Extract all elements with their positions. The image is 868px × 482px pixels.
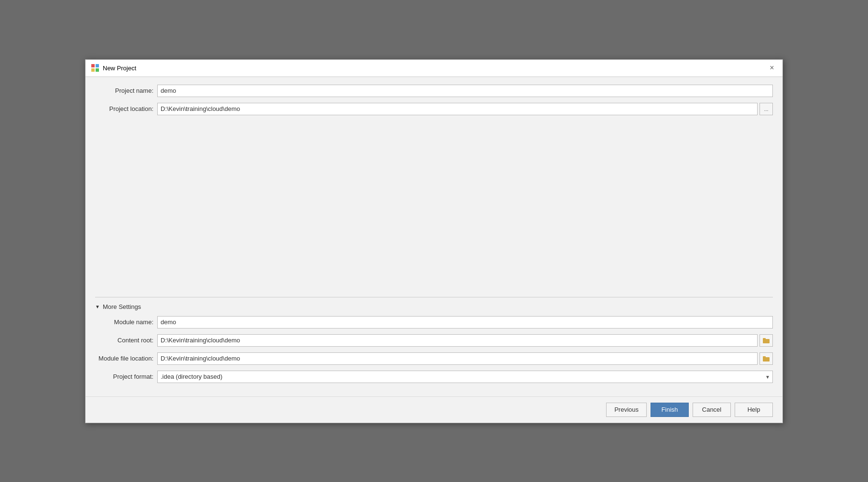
module-name-row: Module name: (95, 316, 773, 329)
module-file-location-label: Module file location: (95, 355, 157, 362)
project-name-label: Project name: (95, 87, 157, 94)
project-location-label: Project location: (95, 105, 157, 112)
content-root-input[interactable] (157, 334, 758, 347)
dialog-content: Project name: Project location: ... ▼ Mo… (86, 77, 782, 396)
content-root-browse-button[interactable] (760, 334, 773, 347)
module-file-location-input[interactable] (157, 352, 758, 365)
module-name-label: Module name: (95, 318, 157, 326)
svg-rect-7 (763, 356, 766, 358)
module-name-input-wrapper (157, 316, 773, 329)
content-spacer (95, 121, 773, 293)
title-bar: New Project × (86, 60, 782, 77)
svg-rect-2 (91, 68, 95, 72)
title-bar-left: New Project (91, 64, 136, 72)
module-name-input[interactable] (157, 316, 773, 329)
project-name-input[interactable] (157, 85, 773, 97)
project-format-row: Project format: .idea (directory based) … (95, 371, 773, 383)
more-settings-header[interactable]: ▼ More Settings (95, 303, 773, 310)
chevron-down-icon: ▼ (95, 304, 100, 309)
project-location-row: Project location: ... (95, 103, 773, 115)
app-icon (91, 64, 99, 72)
project-format-select[interactable]: .idea (directory based) .ipr (file based… (157, 371, 773, 383)
project-location-input[interactable] (157, 103, 758, 115)
more-settings-label: More Settings (103, 303, 141, 310)
svg-rect-3 (96, 68, 99, 72)
more-settings-section: ▼ More Settings Module name: Content roo… (95, 297, 773, 383)
project-name-input-wrapper (157, 85, 773, 97)
project-format-label: Project format: (95, 373, 157, 380)
module-file-location-row: Module file location: (95, 352, 773, 365)
cancel-button[interactable]: Cancel (693, 403, 731, 417)
help-button[interactable]: Help (735, 403, 773, 417)
content-root-label: Content root: (95, 337, 157, 344)
dialog-footer: Previous Finish Cancel Help (86, 396, 782, 423)
content-root-input-wrapper (157, 334, 773, 347)
module-file-location-input-wrapper (157, 352, 773, 365)
svg-rect-6 (763, 357, 770, 362)
svg-rect-5 (763, 338, 766, 340)
previous-button[interactable]: Previous (606, 403, 647, 417)
project-location-browse-button[interactable]: ... (760, 103, 773, 115)
dialog-title: New Project (103, 65, 136, 72)
finish-button[interactable]: Finish (651, 403, 689, 417)
new-project-dialog: New Project × Project name: Project loca… (85, 59, 783, 423)
close-button[interactable]: × (767, 63, 777, 73)
svg-rect-1 (96, 64, 99, 67)
project-format-select-container: .idea (directory based) .ipr (file based… (157, 371, 773, 383)
project-location-input-wrapper: ... (157, 103, 773, 115)
project-format-select-wrapper: .idea (directory based) .ipr (file based… (157, 371, 773, 383)
svg-rect-4 (763, 339, 770, 343)
content-root-row: Content root: (95, 334, 773, 347)
project-name-row: Project name: (95, 85, 773, 97)
svg-rect-0 (91, 64, 95, 67)
module-file-location-browse-button[interactable] (760, 352, 773, 365)
